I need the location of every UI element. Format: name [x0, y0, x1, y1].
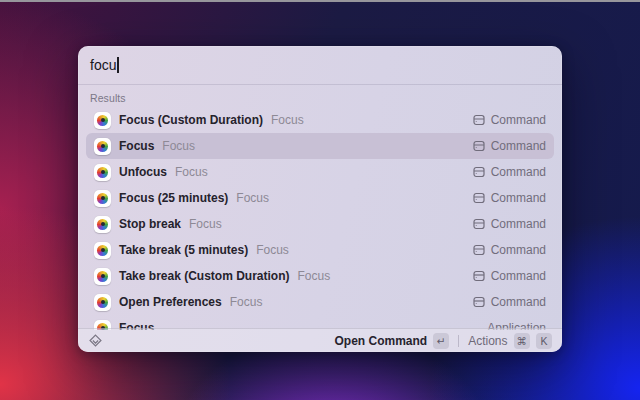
- open-command-button[interactable]: Open Command: [334, 334, 427, 348]
- result-title: Focus: [119, 139, 154, 153]
- desktop-background: focu Results Focus (Custom Duration) Foc…: [0, 0, 640, 400]
- result-title: Focus (Custom Duration): [119, 113, 263, 127]
- list-item[interactable]: Open Preferences Focus Command: [86, 289, 554, 315]
- result-subtitle: Focus: [256, 243, 289, 257]
- focus-app-icon: [94, 294, 111, 311]
- search-query-text: focu: [90, 57, 116, 73]
- command-type-icon: [473, 166, 485, 178]
- result-subtitle: Focus: [236, 191, 269, 205]
- result-subtitle: Focus: [189, 217, 222, 231]
- command-type-icon: [473, 140, 485, 152]
- focus-app-icon: [94, 190, 111, 207]
- result-title: Take break (5 minutes): [119, 243, 248, 257]
- result-accessory: Command: [473, 113, 546, 127]
- result-type-label: Command: [491, 295, 546, 309]
- launcher-window: focu Results Focus (Custom Duration) Foc…: [78, 46, 562, 352]
- footer-divider: [458, 335, 459, 347]
- result-subtitle: Focus: [175, 165, 208, 179]
- list-item[interactable]: Take break (5 minutes) Focus Command: [86, 237, 554, 263]
- results-list: Focus (Custom Duration) Focus Command Fo…: [78, 107, 562, 330]
- list-item[interactable]: Focus (Custom Duration) Focus Command: [86, 107, 554, 133]
- focus-app-icon: [94, 164, 111, 181]
- result-title: Focus (25 minutes): [119, 191, 228, 205]
- raycast-logo-icon: [88, 333, 103, 348]
- command-type-icon: [473, 270, 485, 282]
- result-type-label: Command: [491, 113, 546, 127]
- search-input[interactable]: focu: [90, 57, 550, 73]
- k-key-badge: K: [536, 333, 552, 349]
- result-accessory: Command: [473, 269, 546, 283]
- cmd-key-badge: ⌘: [514, 333, 531, 349]
- focus-app-icon: [94, 216, 111, 233]
- result-type-label: Command: [491, 217, 546, 231]
- result-type-label: Command: [491, 139, 546, 153]
- result-type-label: Command: [491, 191, 546, 205]
- result-title: Unfocus: [119, 165, 167, 179]
- result-subtitle: Focus: [297, 269, 330, 283]
- return-key-badge: ↵: [433, 333, 449, 349]
- result-subtitle: Focus: [271, 113, 304, 127]
- results-section-label: Results: [78, 85, 562, 107]
- command-type-icon: [473, 114, 485, 126]
- command-type-icon: [473, 192, 485, 204]
- result-accessory: Command: [473, 295, 546, 309]
- result-title: Open Preferences: [119, 295, 222, 309]
- result-accessory: Command: [473, 165, 546, 179]
- result-accessory: Command: [473, 191, 546, 205]
- list-item[interactable]: Take break (Custom Duration) Focus Comma…: [86, 263, 554, 289]
- result-accessory: Command: [473, 139, 546, 153]
- result-title: Take break (Custom Duration): [119, 269, 289, 283]
- focus-app-icon: [94, 268, 111, 285]
- list-item[interactable]: Unfocus Focus Command: [86, 159, 554, 185]
- command-type-icon: [473, 296, 485, 308]
- search-bar: focu: [78, 46, 562, 85]
- result-subtitle: Focus: [230, 295, 263, 309]
- result-accessory: Command: [473, 217, 546, 231]
- result-type-label: Command: [491, 269, 546, 283]
- actions-button[interactable]: Actions: [468, 334, 507, 348]
- result-accessory: Command: [473, 243, 546, 257]
- result-subtitle: Focus: [162, 139, 195, 153]
- menu-bar-edge: [0, 0, 640, 2]
- action-bar: Open Command ↵ Actions ⌘ K: [78, 328, 562, 352]
- focus-app-icon: [94, 112, 111, 129]
- focus-app-icon: [94, 242, 111, 259]
- result-type-label: Command: [491, 243, 546, 257]
- list-item[interactable]: Focus Focus Command: [86, 133, 554, 159]
- result-type-label: Command: [491, 165, 546, 179]
- footer-actions: Open Command ↵ Actions ⌘ K: [334, 333, 552, 349]
- list-item[interactable]: Focus (25 minutes) Focus Command: [86, 185, 554, 211]
- command-type-icon: [473, 218, 485, 230]
- list-item[interactable]: Stop break Focus Command: [86, 211, 554, 237]
- text-caret: [117, 57, 119, 73]
- focus-app-icon: [94, 138, 111, 155]
- command-type-icon: [473, 244, 485, 256]
- result-title: Stop break: [119, 217, 181, 231]
